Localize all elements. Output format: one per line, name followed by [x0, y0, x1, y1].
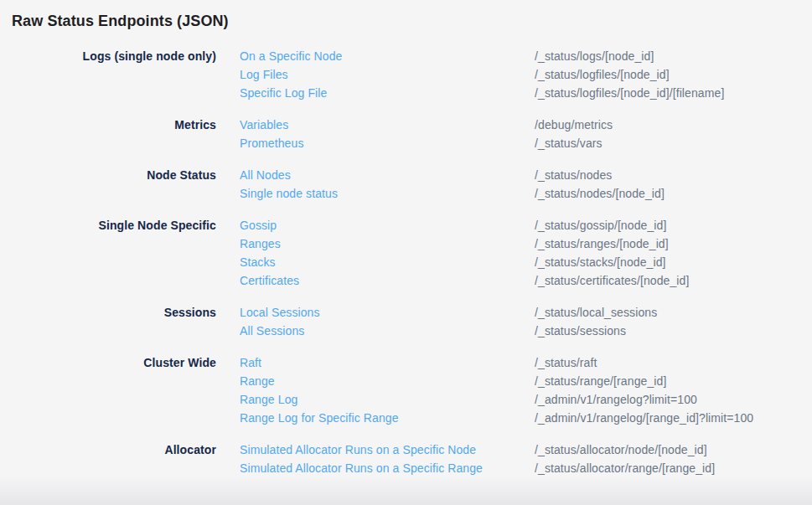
endpoint-link[interactable]: Simulated Allocator Runs on a Specific R…: [240, 459, 483, 477]
endpoint-path: /_status/gossip/[node_id]: [535, 216, 812, 234]
links-column: All NodesSingle node status: [216, 166, 535, 203]
endpoint-path: /_status/allocator/range/[range_id]: [535, 459, 812, 477]
paths-column: /_status/logs/[node_id]/_status/logfiles…: [535, 47, 812, 102]
category-label: Logs (single node only): [0, 47, 216, 102]
endpoints-table: Logs (single node only) On a Specific No…: [0, 47, 812, 477]
endpoint-section: Logs (single node only) On a Specific No…: [0, 47, 812, 102]
endpoint-section: Node Status All NodesSingle node status …: [0, 166, 812, 203]
page-title: Raw Status Endpoints (JSON): [0, 0, 812, 30]
endpoint-link[interactable]: Local Sessions: [240, 303, 320, 322]
endpoint-path: /_status/ranges/[node_id]: [535, 234, 812, 253]
endpoint-path: /_status/logfiles/[node_id]/[filename]: [535, 84, 812, 102]
category-label: Single Node Specific: [0, 216, 216, 290]
paths-column: /_status/nodes/_status/nodes/[node_id]: [535, 166, 812, 203]
endpoint-path: /_status/logfiles/[node_id]: [535, 65, 812, 84]
endpoint-path: /debug/metrics: [535, 116, 812, 134]
endpoint-link[interactable]: Specific Log File: [240, 84, 327, 102]
endpoint-section: Cluster Wide RaftRangeRange LogRange Log…: [0, 353, 812, 427]
endpoint-link[interactable]: Range: [240, 372, 275, 390]
endpoint-link[interactable]: Range Log: [240, 390, 297, 409]
endpoint-section: Allocator Simulated Allocator Runs on a …: [0, 441, 812, 477]
endpoint-path: /_status/sessions: [535, 322, 812, 340]
endpoint-section: Metrics VariablesPrometheus /debug/metri…: [0, 116, 812, 152]
endpoint-link[interactable]: Stacks: [240, 253, 276, 271]
endpoint-link[interactable]: Certificates: [240, 271, 299, 290]
endpoint-link[interactable]: Prometheus: [240, 134, 303, 152]
category-label: Cluster Wide: [0, 353, 216, 427]
endpoint-link[interactable]: All Sessions: [240, 322, 304, 340]
category-label: Allocator: [0, 441, 216, 477]
endpoint-path: /_status/vars: [535, 134, 812, 152]
category-label: Metrics: [0, 116, 216, 152]
links-column: Local SessionsAll Sessions: [216, 303, 535, 340]
paths-column: /debug/metrics/_status/vars: [535, 116, 812, 152]
paths-column: /_status/raft/_status/range/[range_id]/_…: [535, 353, 812, 427]
endpoint-section: Sessions Local SessionsAll Sessions /_st…: [0, 303, 812, 340]
endpoint-path: /_status/nodes: [535, 166, 812, 184]
links-column: Simulated Allocator Runs on a Specific N…: [216, 441, 535, 477]
endpoint-path: /_status/nodes/[node_id]: [535, 184, 812, 203]
paths-column: /_status/local_sessions/_status/sessions: [535, 303, 812, 340]
paths-column: /_status/gossip/[node_id]/_status/ranges…: [535, 216, 812, 290]
paths-column: /_status/allocator/node/[node_id]/_statu…: [535, 441, 812, 477]
footer-fade: [0, 477, 812, 505]
endpoint-path: /_status/stacks/[node_id]: [535, 253, 812, 271]
endpoint-section: Single Node Specific GossipRangesStacksC…: [0, 216, 812, 290]
endpoint-link[interactable]: Gossip: [240, 216, 277, 234]
links-column: GossipRangesStacksCertificates: [216, 216, 535, 290]
endpoint-path: /_status/certificates/[node_id]: [535, 271, 812, 290]
endpoint-link[interactable]: Ranges: [240, 234, 281, 253]
endpoint-path: /_status/allocator/node/[node_id]: [535, 441, 812, 459]
category-label: Node Status: [0, 166, 216, 203]
links-column: VariablesPrometheus: [216, 116, 535, 152]
endpoint-link[interactable]: Single node status: [240, 184, 338, 203]
endpoint-link[interactable]: All Nodes: [240, 166, 291, 184]
endpoint-link[interactable]: Variables: [240, 116, 288, 134]
category-label: Sessions: [0, 303, 216, 340]
links-column: On a Specific NodeLog FilesSpecific Log …: [216, 47, 535, 102]
endpoint-path: /_status/raft: [535, 353, 812, 372]
endpoint-link[interactable]: On a Specific Node: [240, 47, 342, 65]
endpoint-link[interactable]: Log Files: [240, 65, 288, 84]
endpoint-link[interactable]: Raft: [240, 353, 261, 372]
endpoint-link[interactable]: Simulated Allocator Runs on a Specific N…: [240, 441, 476, 459]
links-column: RaftRangeRange LogRange Log for Specific…: [216, 353, 535, 427]
endpoint-path: /_status/range/[range_id]: [535, 372, 812, 390]
endpoint-path: /_status/logs/[node_id]: [535, 47, 812, 65]
endpoint-path: /_admin/v1/rangelog/[range_id]?limit=100: [535, 409, 812, 427]
endpoint-path: /_status/local_sessions: [535, 303, 812, 322]
endpoint-path: /_admin/v1/rangelog?limit=100: [535, 390, 812, 409]
endpoint-link[interactable]: Range Log for Specific Range: [240, 409, 399, 427]
